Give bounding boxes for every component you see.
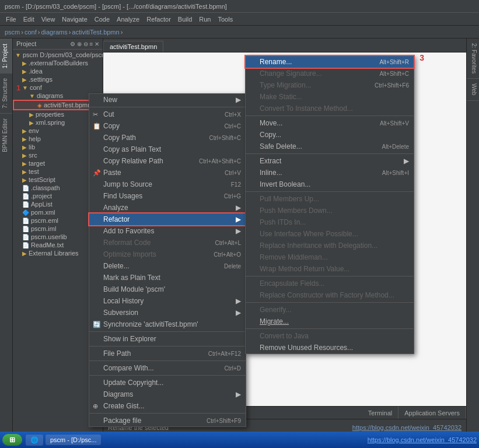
folder-icon: ▶: [22, 169, 27, 175]
shortcut-label: Delete: [212, 263, 241, 270]
menu-build[interactable]: Build: [174, 15, 195, 24]
menu-item-remove-unused[interactable]: Remove Unused Resources...: [246, 342, 414, 354]
menu-item-inline[interactable]: Inline... Alt+Shift+I: [246, 167, 414, 178]
menu-item-reformat: Reformat Code Ctrl+Alt+L: [89, 237, 246, 249]
menu-file[interactable]: File: [2, 15, 20, 24]
menu-view[interactable]: View: [38, 15, 59, 24]
menu-item-new[interactable]: New ▶: [89, 94, 246, 106]
start-button[interactable]: ⊞: [2, 434, 22, 446]
shortcut-label: Ctrl+Shift+F9: [195, 418, 241, 424]
menu-label: Type Migration...: [260, 81, 312, 89]
menu-label: Migrate...: [260, 317, 289, 326]
menu-item-copy-refactor[interactable]: Copy...: [246, 129, 414, 141]
menu-item-invert-boolean[interactable]: Invert Boolean...: [246, 178, 414, 190]
menu-analyze[interactable]: Analyze: [113, 15, 143, 24]
breadcrumb-pscm[interactable]: pscm: [5, 29, 20, 36]
menu-item-package[interactable]: Package file Ctrl+Shift+F9: [89, 415, 246, 426]
github-icon: ⊕: [93, 402, 98, 410]
menu-item-delete[interactable]: Delete... Delete: [89, 260, 246, 272]
menu-item-analyze[interactable]: Analyze ▶: [89, 202, 246, 214]
menu-label: Replace Constructor with Factory Method.…: [260, 291, 394, 299]
menu-label: Add to Favorites: [103, 227, 154, 235]
menu-item-show-explorer[interactable]: Show in Explorer: [89, 333, 246, 345]
sidebar-item-favorites[interactable]: 2: Favorites: [467, 38, 479, 79]
menu-item-gist[interactable]: ⊕ Create Gist...: [89, 400, 246, 412]
menu-navigate[interactable]: Navigate: [58, 15, 90, 24]
taskbar-item-pscm[interactable]: pscm - [D:/psc...: [46, 435, 101, 445]
menu-item-add-favorites[interactable]: Add to Favorites ▶: [89, 225, 246, 237]
menu-item-copy[interactable]: 📋 Copy Ctrl+C: [89, 120, 246, 132]
editor-tab-bar: activitiTest.bpmn: [103, 38, 466, 52]
menu-item-file-path[interactable]: File Path Ctrl+Alt+F12: [89, 348, 246, 359]
folder-icon: ▼: [29, 93, 35, 99]
taskbar-url[interactable]: https://blog.csdn.net/weixin_45742032: [368, 436, 477, 443]
breadcrumb-diagrams[interactable]: diagrams: [41, 29, 67, 36]
menu-label: Diagrams: [103, 390, 133, 398]
tree-label: pscm D:/pscm/03_code/pscm: [23, 51, 103, 58]
menu-item-update-copyright[interactable]: Update Copyright...: [89, 377, 246, 388]
menu-label: Use Interface Where Possible...: [260, 230, 358, 238]
shortcut-label: Ctrl+X: [213, 111, 241, 118]
menu-item-copy-plain[interactable]: Copy as Plain Text: [89, 144, 246, 155]
menu-item-diagrams[interactable]: Diagrams ▶: [89, 388, 246, 400]
menu-tools[interactable]: Tools: [214, 15, 236, 24]
taskbar-item-ie[interactable]: 🌐: [26, 435, 43, 446]
tree-item-pscm[interactable]: ▼ pscm D:/pscm/03_code/pscm: [13, 51, 103, 59]
menu-item-safe-delete[interactable]: Safe Delete... Alt+Delete: [246, 141, 414, 152]
sidebar-item-structure[interactable]: 7: Structure: [0, 73, 12, 113]
folder-icon: ▼: [15, 52, 21, 58]
arrow-icon: ▶: [236, 215, 241, 223]
breadcrumb-conf[interactable]: conf: [25, 29, 37, 36]
tree-item-conf[interactable]: ▼ conf 1: [13, 83, 103, 92]
sidebar-item-project[interactable]: 1: Project: [0, 38, 12, 73]
menu-item-copy-relative[interactable]: Copy Relative Path Ctrl+Alt+Shift+C: [89, 155, 246, 167]
menu-label: New: [103, 96, 117, 104]
xml-file-icon: 🔷: [22, 209, 29, 216]
breadcrumb-file[interactable]: activitiTest.bpmn: [72, 29, 119, 36]
menu-edit[interactable]: Edit: [20, 15, 38, 24]
tree-item-settings[interactable]: ▶ .settings: [13, 75, 103, 83]
menu-label: Wrap Method Return Value...: [260, 265, 349, 273]
separator: [89, 375, 246, 376]
menu-item-compare[interactable]: Compare With... Ctrl+D: [89, 362, 246, 374]
app-servers-tab[interactable]: Application Servers: [398, 407, 466, 419]
menu-label: Push Members Down...: [260, 206, 333, 215]
tree-label: diagrams: [37, 92, 63, 99]
menu-item-mark-plain[interactable]: Mark as Plain Text: [89, 272, 246, 284]
menu-item-jump[interactable]: Jump to Source F12: [89, 178, 246, 190]
menu-item-subversion[interactable]: Subversion ▶: [89, 307, 246, 318]
menu-label: Package file: [103, 416, 141, 425]
status-url: https://blog.csdn.net/weixin_45742032: [352, 424, 461, 431]
menu-item-find-usages[interactable]: Find Usages Ctrl+G: [89, 190, 246, 202]
context-menu: New ▶ ✂ Cut Ctrl+X 📋 Copy Ctrl+C Copy Pa…: [89, 93, 246, 427]
editor-tab-activiti[interactable]: activitiTest.bpmn: [103, 41, 163, 52]
menu-item-extract[interactable]: Extract ▶: [246, 155, 414, 167]
menu-refactor[interactable]: Refactor: [143, 15, 174, 24]
file-icon: 📄: [22, 201, 29, 208]
menu-label: Rename...: [260, 58, 292, 66]
menu-item-rename[interactable]: Rename... Alt+Shift+R 3: [246, 56, 414, 68]
menu-code[interactable]: Code: [91, 15, 113, 24]
folder-icon: ▶: [22, 152, 27, 159]
terminal-tab[interactable]: Terminal: [362, 407, 399, 419]
tree-item-external[interactable]: ▶ .externalToolBuilders: [13, 59, 103, 67]
menu-item-paste[interactable]: 📌 Paste Ctrl+V: [89, 167, 246, 178]
menu-item-local-history[interactable]: Local History ▶: [89, 295, 246, 307]
menu-item-move[interactable]: Move... Alt+Shift+V: [246, 117, 414, 129]
menu-item-cut[interactable]: ✂ Cut Ctrl+X: [89, 108, 246, 120]
menu-item-copy-path[interactable]: Copy Path Ctrl+Shift+C: [89, 132, 246, 144]
menu-item-refactor[interactable]: Refactor ▶ 2: [89, 214, 246, 225]
sidebar-item-web[interactable]: Web: [467, 79, 479, 100]
shortcut-label: Ctrl+Alt+L: [204, 240, 241, 246]
menu-label: Pull Members Up...: [260, 195, 319, 203]
arrow-icon: ▶: [404, 157, 409, 165]
menu-item-build[interactable]: Build Module 'pscm': [89, 284, 246, 295]
menu-item-migrate[interactable]: Migrate...: [246, 316, 414, 327]
menu-label: Update Copyright...: [103, 379, 163, 387]
menu-run[interactable]: Run: [195, 15, 214, 24]
menu-item-synchronize[interactable]: 🔄 Synchronize 'activitiTest.bpmn': [89, 318, 246, 330]
tree-item-idea[interactable]: ▶ .idea: [13, 67, 103, 75]
menu-label: Move...: [260, 119, 282, 127]
sidebar-item-bpmn-editor[interactable]: BPMN Editor: [0, 113, 12, 157]
sync-icon: 🔄: [93, 321, 101, 328]
